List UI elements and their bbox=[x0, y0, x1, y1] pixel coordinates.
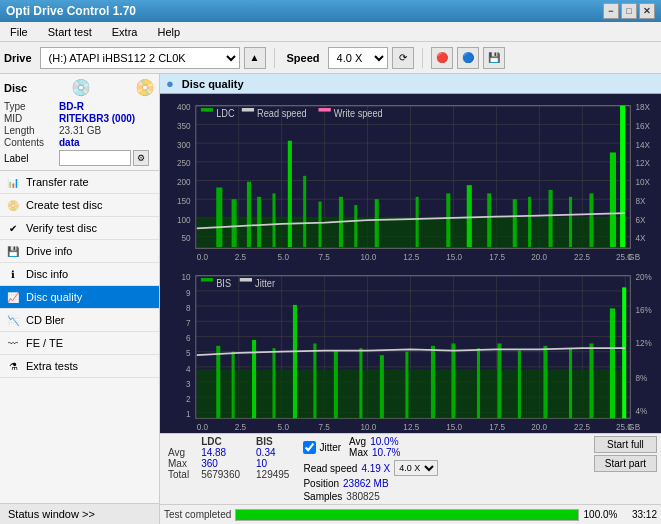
sidebar-item-extra-tests[interactable]: ⚗ Extra tests bbox=[0, 355, 159, 378]
fe-te-icon: 〰 bbox=[6, 336, 20, 350]
nav-label-create-test: Create test disc bbox=[26, 199, 102, 211]
svg-text:1: 1 bbox=[186, 408, 191, 419]
svg-text:9: 9 bbox=[186, 287, 191, 298]
max-jitter-val: 10.7% bbox=[372, 447, 400, 458]
verify-test-icon: ✔ bbox=[6, 221, 20, 235]
svg-text:8%: 8% bbox=[635, 372, 647, 383]
svg-text:12X: 12X bbox=[635, 158, 650, 169]
svg-text:2.5: 2.5 bbox=[235, 251, 246, 262]
svg-text:7.5: 7.5 bbox=[318, 421, 329, 432]
disc-info-icon: ℹ bbox=[6, 267, 20, 281]
svg-text:15.0: 15.0 bbox=[446, 251, 462, 262]
label-input[interactable] bbox=[59, 150, 131, 166]
jitter-checkbox-row: Jitter bbox=[303, 441, 341, 454]
maximize-button[interactable]: □ bbox=[621, 3, 637, 19]
drive-select[interactable]: (H:) ATAPI iHBS112 2 CL0K bbox=[40, 47, 240, 69]
svg-text:12.5: 12.5 bbox=[403, 421, 419, 432]
svg-rect-117 bbox=[589, 343, 593, 418]
svg-text:GB: GB bbox=[628, 421, 640, 432]
sidebar-item-create-test-disc[interactable]: 📀 Create test disc bbox=[0, 194, 159, 217]
create-test-icon: 📀 bbox=[6, 198, 20, 212]
app-title: Opti Drive Control 1.70 bbox=[6, 4, 136, 18]
svg-text:350: 350 bbox=[177, 121, 191, 132]
separator-1 bbox=[274, 48, 275, 68]
svg-text:7: 7 bbox=[186, 317, 191, 328]
svg-rect-107 bbox=[359, 348, 362, 418]
svg-rect-41 bbox=[610, 152, 616, 247]
sidebar-item-fe-te[interactable]: 〰 FE / TE bbox=[0, 332, 159, 355]
save-button[interactable]: 💾 bbox=[483, 47, 505, 69]
tool-button-2[interactable]: 🔵 bbox=[457, 47, 479, 69]
svg-rect-118 bbox=[610, 308, 615, 418]
sidebar-item-verify-test-disc[interactable]: ✔ Verify test disc bbox=[0, 217, 159, 240]
menu-file[interactable]: File bbox=[4, 24, 34, 40]
svg-rect-36 bbox=[513, 199, 517, 247]
total-ldc: 5679360 bbox=[193, 469, 248, 480]
status-window-button[interactable]: Status window >> bbox=[0, 503, 159, 524]
progress-percent: 100.0% bbox=[583, 509, 618, 520]
jitter-checkbox[interactable] bbox=[303, 441, 316, 454]
svg-text:5: 5 bbox=[186, 347, 191, 358]
sidebar-item-disc-quality[interactable]: 📈 Disc quality bbox=[0, 286, 159, 309]
sidebar-item-cd-bler[interactable]: 📉 CD Bler bbox=[0, 309, 159, 332]
speed-select[interactable]: 4.0 X bbox=[328, 47, 388, 69]
svg-text:20.0: 20.0 bbox=[531, 421, 547, 432]
svg-text:17.5: 17.5 bbox=[489, 421, 505, 432]
svg-text:14X: 14X bbox=[635, 139, 650, 150]
svg-rect-40 bbox=[589, 193, 593, 247]
sidebar-item-transfer-rate[interactable]: 📊 Transfer rate bbox=[0, 171, 159, 194]
svg-text:0.0: 0.0 bbox=[197, 421, 208, 432]
disc-icon-2: 📀 bbox=[135, 78, 155, 97]
svg-rect-110 bbox=[431, 345, 435, 417]
jitter-label: Jitter bbox=[319, 442, 341, 453]
sidebar-item-disc-info[interactable]: ℹ Disc info bbox=[0, 263, 159, 286]
samples-label: Samples bbox=[303, 491, 342, 502]
progress-time: 33:12 bbox=[622, 509, 657, 520]
svg-rect-119 bbox=[622, 287, 626, 418]
nav-label-disc-info: Disc info bbox=[26, 268, 68, 280]
max-jitter-label: Max bbox=[349, 447, 368, 458]
close-button[interactable]: ✕ bbox=[639, 3, 655, 19]
svg-text:16%: 16% bbox=[635, 304, 652, 315]
svg-text:2.5: 2.5 bbox=[235, 421, 246, 432]
menu-help[interactable]: Help bbox=[151, 24, 186, 40]
minimize-button[interactable]: − bbox=[603, 3, 619, 19]
start-full-button[interactable]: Start full bbox=[594, 436, 657, 453]
nav-label-transfer-rate: Transfer rate bbox=[26, 176, 89, 188]
contents-label: Contents bbox=[4, 137, 59, 148]
svg-rect-35 bbox=[487, 193, 491, 247]
refresh-button[interactable]: ⟳ bbox=[392, 47, 414, 69]
svg-text:150: 150 bbox=[177, 195, 191, 206]
separator-2 bbox=[422, 48, 423, 68]
tool-button-1[interactable]: 🔴 bbox=[431, 47, 453, 69]
svg-text:2: 2 bbox=[186, 393, 191, 404]
start-part-button[interactable]: Start part bbox=[594, 455, 657, 472]
svg-text:BIS: BIS bbox=[216, 277, 231, 289]
speed-mode-select[interactable]: 4.0 X bbox=[394, 460, 438, 476]
chart-title: Disc quality bbox=[182, 78, 244, 90]
cd-bler-icon: 📉 bbox=[6, 313, 20, 327]
menu-start-test[interactable]: Start test bbox=[42, 24, 98, 40]
extra-tests-icon: ⚗ bbox=[6, 359, 20, 373]
svg-rect-105 bbox=[313, 343, 316, 418]
type-value: BD-R bbox=[59, 101, 84, 112]
sidebar-item-drive-info[interactable]: 💾 Drive info bbox=[0, 240, 159, 263]
toolbar: Drive (H:) ATAPI iHBS112 2 CL0K ▲ Speed … bbox=[0, 42, 661, 74]
max-bis: 10 bbox=[248, 458, 297, 469]
svg-text:Jitter: Jitter bbox=[255, 277, 276, 289]
drive-label: Drive bbox=[4, 52, 32, 64]
svg-rect-30 bbox=[354, 205, 357, 247]
svg-text:17.5: 17.5 bbox=[489, 251, 505, 262]
svg-rect-28 bbox=[318, 202, 321, 248]
svg-rect-22 bbox=[232, 199, 237, 247]
menu-extra[interactable]: Extra bbox=[106, 24, 144, 40]
top-chart: LDC Read speed Write speed 400 350 300 2… bbox=[160, 94, 661, 264]
transfer-rate-icon: 📊 bbox=[6, 175, 20, 189]
svg-rect-106 bbox=[334, 350, 338, 418]
svg-text:LDC: LDC bbox=[216, 108, 234, 120]
label-edit-button[interactable]: ⚙ bbox=[133, 150, 149, 166]
status-text: Test completed bbox=[164, 509, 231, 520]
type-label: Type bbox=[4, 101, 59, 112]
bottom-chart: BIS Jitter 10 9 8 7 6 5 4 3 2 1 bbox=[160, 264, 661, 434]
eject-button[interactable]: ▲ bbox=[244, 47, 266, 69]
